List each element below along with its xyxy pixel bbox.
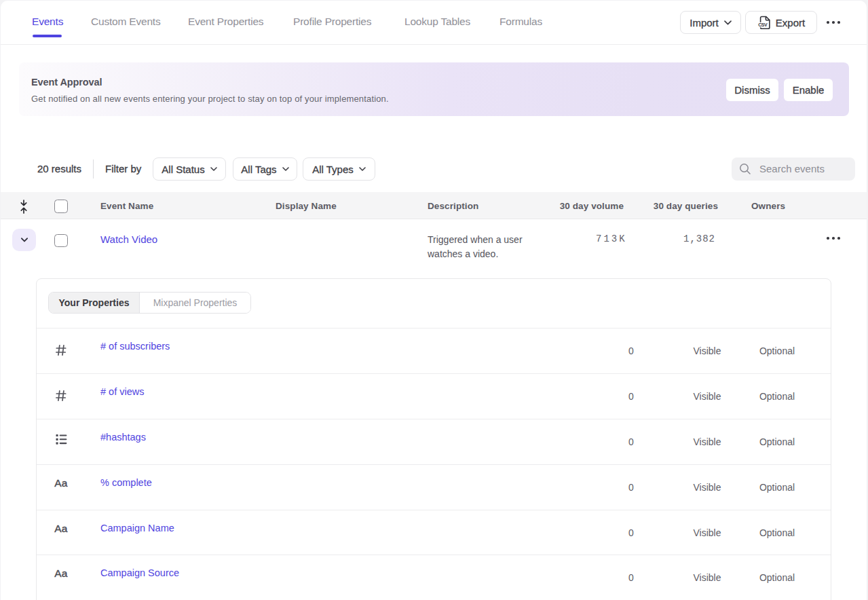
svg-text:CSV: CSV xyxy=(758,22,768,27)
